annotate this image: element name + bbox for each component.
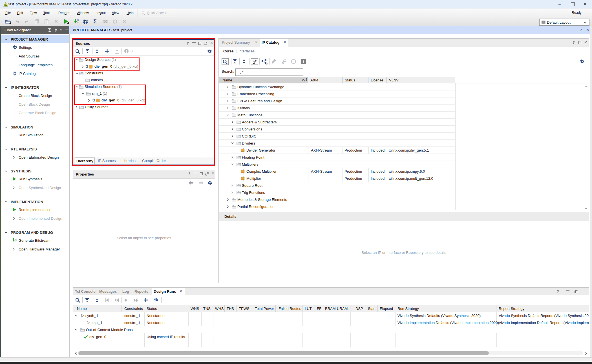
svg-text:10: 10 [15,240,17,242]
svg-text:10: 10 [77,21,79,23]
svg-text:01: 01 [77,19,79,21]
